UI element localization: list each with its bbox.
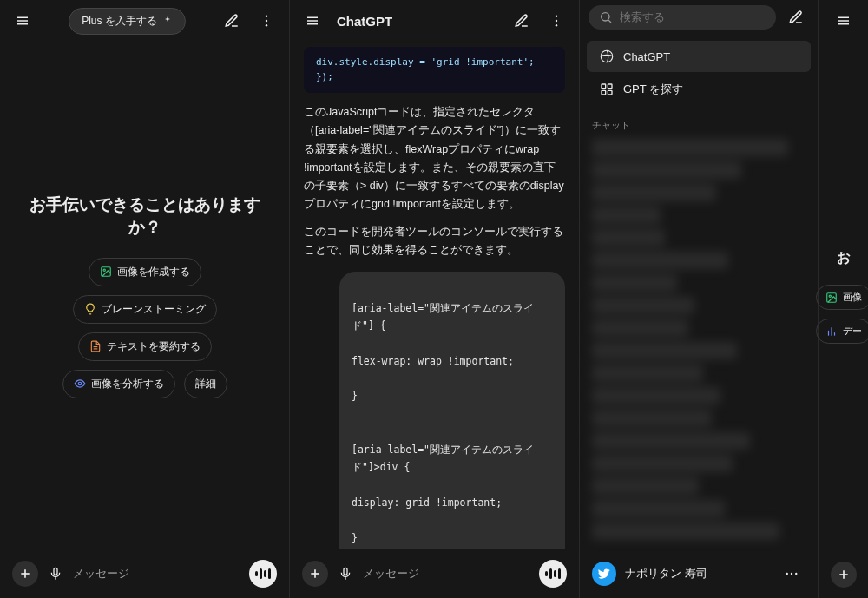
history-item[interactable]: [592, 161, 741, 179]
history-item[interactable]: [592, 274, 677, 292]
svg-point-27: [602, 12, 609, 20]
chip-image-partial[interactable]: 画像: [816, 285, 869, 310]
app-title: ChatGPT: [337, 14, 392, 29]
voice-send-button[interactable]: [249, 560, 277, 588]
search-box[interactable]: [589, 5, 776, 30]
compose-button[interactable]: [783, 3, 809, 31]
mic-button[interactable]: [337, 565, 354, 582]
user-line: }: [352, 388, 553, 405]
svg-rect-30: [602, 84, 606, 89]
svg-rect-25: [344, 568, 347, 575]
menu-button[interactable]: [299, 7, 326, 35]
chip-analyze-image[interactable]: 画像を分析する: [62, 370, 175, 398]
user-line: [aria-label="関連アイテムのスライド"]>div {: [352, 442, 553, 476]
voice-send-button[interactable]: [539, 560, 567, 588]
svg-line-28: [608, 20, 611, 23]
waveform-icon: [255, 568, 271, 579]
chart-icon: [825, 325, 838, 338]
chip-create-image[interactable]: 画像を作成する: [89, 258, 201, 286]
chip-summarize[interactable]: テキストを要約する: [78, 332, 212, 361]
nav-chatgpt[interactable]: ChatGPT: [587, 41, 811, 72]
history-item[interactable]: [592, 455, 733, 472]
attach-button[interactable]: [831, 562, 857, 588]
chip-label: 画像を分析する: [91, 377, 164, 391]
svg-point-5: [266, 24, 267, 26]
eye-icon: [74, 378, 86, 390]
openai-icon: [599, 49, 615, 64]
hamburger-icon: [305, 13, 320, 29]
history-item[interactable]: [592, 342, 737, 359]
image-icon: [100, 266, 112, 278]
history-item[interactable]: [592, 522, 779, 540]
image-icon: [825, 292, 838, 304]
plus-icon: [308, 567, 322, 581]
svg-rect-32: [602, 90, 606, 95]
attach-button[interactable]: [12, 561, 38, 587]
compose-button[interactable]: [218, 7, 246, 35]
svg-point-36: [795, 573, 797, 575]
assistant-paragraph: このコードを開発者ツールのコンソールで実行することで、同じ効果を得ることができま…: [304, 223, 565, 260]
panel-left-newchat: Plus を入手する お手伝いできることはありますか？ 画像を作成する ブレーン…: [0, 0, 290, 598]
history-item[interactable]: [592, 387, 720, 404]
history-item[interactable]: [592, 319, 688, 337]
mic-icon: [49, 567, 62, 581]
more-button[interactable]: [542, 7, 570, 35]
history-item[interactable]: [592, 432, 750, 450]
composer-input[interactable]: メッセージ: [73, 566, 240, 582]
avatar-bird-icon: [597, 567, 611, 581]
svg-rect-13: [54, 568, 57, 575]
history-item[interactable]: [592, 252, 728, 269]
hamburger-icon: [836, 13, 852, 29]
chip-more[interactable]: 詳細: [184, 370, 227, 398]
compose-button[interactable]: [508, 7, 536, 35]
chip-label: 画像を作成する: [117, 265, 190, 279]
menu-button[interactable]: [9, 7, 36, 35]
attach-button[interactable]: [302, 561, 328, 587]
history-item[interactable]: [592, 184, 716, 201]
conversation-scroll[interactable]: div.style.display = 'grid !important'; }…: [290, 42, 579, 549]
history-item[interactable]: [592, 477, 699, 495]
nav-label: GPT を探す: [623, 82, 683, 97]
history-item[interactable]: [592, 297, 694, 314]
history-item[interactable]: [592, 410, 712, 427]
nav-explore-gpts[interactable]: GPT を探す: [587, 74, 811, 105]
user-line: display: grid !important;: [352, 495, 553, 512]
panel4-header: [819, 0, 868, 42]
panel2-header: ChatGPT: [290, 0, 579, 42]
history-item[interactable]: [592, 365, 703, 382]
user-menu-button[interactable]: [778, 560, 806, 588]
upgrade-plus-pill[interactable]: Plus を入手する: [69, 8, 186, 35]
code-block-prev: div.style.display = 'grid !important'; }…: [304, 47, 565, 93]
svg-point-7: [103, 269, 105, 271]
svg-point-19: [556, 20, 557, 22]
search-input[interactable]: [620, 10, 766, 23]
hamburger-icon: [15, 13, 30, 29]
dots-vertical-icon: [549, 13, 564, 29]
chip-label: 詳細: [195, 377, 216, 391]
search-icon: [599, 10, 613, 24]
chip-data-partial[interactable]: デー: [816, 319, 869, 344]
svg-point-20: [556, 24, 557, 26]
history-item[interactable]: [592, 139, 788, 156]
history-item[interactable]: [592, 500, 725, 517]
nav-label: ChatGPT: [623, 50, 670, 63]
waveform-icon: [545, 568, 561, 579]
chip-label: デー: [843, 325, 862, 338]
user-line: [aria-label="関連アイテムのスライド"] {: [352, 300, 553, 334]
history-item[interactable]: [592, 229, 665, 246]
mic-button[interactable]: [47, 565, 64, 582]
user-avatar[interactable]: [592, 562, 616, 586]
panel3-footer: ナポリタン 寿司: [580, 549, 818, 598]
svg-point-41: [829, 295, 831, 297]
svg-point-34: [786, 573, 788, 575]
panel-sidebar: ChatGPT GPT を探す チャット ナポリタン 寿: [580, 0, 819, 598]
mic-icon: [339, 567, 352, 581]
chip-brainstorm[interactable]: ブレーンストーミング: [73, 295, 217, 324]
chat-history-blurred: [580, 139, 818, 549]
grid-icon: [599, 82, 615, 97]
more-button[interactable]: [253, 7, 280, 35]
composer-input[interactable]: メッセージ: [363, 566, 530, 582]
menu-button[interactable]: [830, 7, 858, 35]
dots-vertical-icon: [259, 13, 274, 29]
history-item[interactable]: [592, 207, 661, 224]
